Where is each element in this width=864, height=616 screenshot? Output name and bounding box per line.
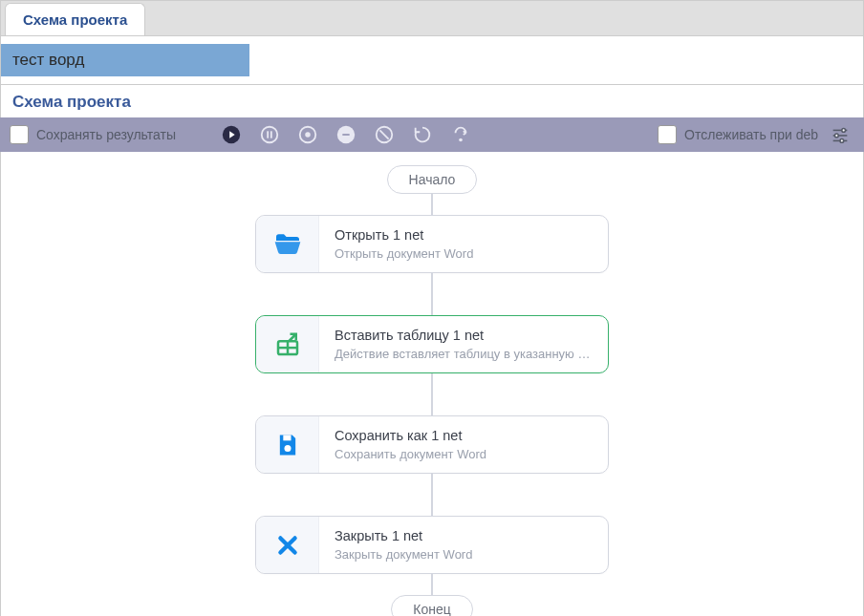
track-debug-label: Отслеживать при deb — [684, 127, 818, 142]
svg-point-1 — [262, 127, 278, 143]
tab-project-scheme[interactable]: Схема проекта — [5, 3, 145, 35]
cancel-icon — [374, 124, 395, 145]
step-title: Сохранить как 1 net — [335, 428, 594, 443]
connector — [431, 373, 433, 415]
folder-open-icon — [256, 216, 319, 272]
end-node[interactable]: Конец — [391, 595, 472, 616]
step-title: Вставить таблицу 1 net — [335, 328, 594, 343]
svg-rect-2 — [267, 131, 269, 138]
save-results-toggle[interactable]: Сохранять результаты — [6, 125, 185, 144]
save-results-checkbox[interactable] — [10, 125, 29, 144]
project-name-input[interactable]: тест ворд — [1, 44, 249, 76]
restart-button[interactable] — [403, 117, 442, 152]
project-name-row: тест ворд — [0, 35, 864, 85]
step-subtitle: Действие вставляет таблицу в указанную о… — [335, 347, 594, 361]
svg-point-21 — [284, 445, 291, 452]
play-icon — [221, 124, 242, 145]
tab-label: Схема проекта — [23, 11, 127, 28]
svg-point-12 — [842, 129, 846, 133]
step-insert-table[interactable]: Вставить таблицу 1 net Действие вставляе… — [255, 315, 609, 373]
svg-rect-20 — [283, 435, 291, 440]
svg-rect-7 — [342, 134, 349, 136]
svg-point-5 — [305, 132, 311, 138]
step-button[interactable] — [289, 117, 327, 152]
step-subtitle: Сохранить документ Word — [335, 447, 594, 461]
step-into-button[interactable] — [442, 117, 480, 152]
svg-point-10 — [459, 138, 463, 142]
close-icon — [256, 517, 319, 573]
flow-canvas[interactable]: Начало Открыть 1 net Открыть документ Wo… — [0, 152, 864, 616]
toolbar: Сохранять результаты Отслеживать при deb — [0, 117, 864, 152]
connector — [431, 273, 433, 315]
insert-table-icon — [256, 316, 319, 372]
stop-icon — [335, 124, 356, 145]
step-open[interactable]: Открыть 1 net Открыть документ Word — [255, 215, 609, 273]
save-results-label: Сохранять результаты — [36, 127, 176, 142]
step-subtitle: Открыть документ Word — [335, 246, 594, 261]
pause-icon — [259, 124, 280, 145]
track-debug-checkbox[interactable] — [658, 125, 677, 144]
sliders-icon — [830, 124, 851, 145]
svg-rect-3 — [270, 131, 272, 138]
start-node[interactable]: Начало — [387, 165, 478, 194]
cancel-button[interactable] — [365, 117, 403, 152]
svg-point-16 — [840, 139, 844, 143]
record-icon — [297, 124, 318, 145]
connector — [431, 574, 433, 595]
svg-line-9 — [379, 130, 388, 138]
section-header: Схема проекта — [0, 85, 864, 117]
step-close[interactable]: Закрыть 1 net Закрыть документ Word — [255, 516, 609, 574]
step-subtitle: Закрыть документ Word — [335, 547, 594, 562]
step-title: Закрыть 1 net — [335, 528, 594, 543]
settings-button[interactable] — [826, 124, 854, 145]
save-icon — [256, 416, 319, 473]
step-title: Открыть 1 net — [335, 227, 594, 243]
stop-button[interactable] — [327, 117, 365, 152]
restart-icon — [412, 124, 433, 145]
pause-button[interactable] — [250, 117, 289, 152]
play-button[interactable] — [212, 117, 250, 152]
connector — [431, 474, 433, 516]
connector — [431, 194, 433, 215]
tab-bar: Схема проекта — [0, 0, 864, 35]
step-into-icon — [450, 124, 471, 145]
svg-point-14 — [835, 134, 839, 138]
step-save-as[interactable]: Сохранить как 1 net Сохранить документ W… — [255, 415, 609, 474]
